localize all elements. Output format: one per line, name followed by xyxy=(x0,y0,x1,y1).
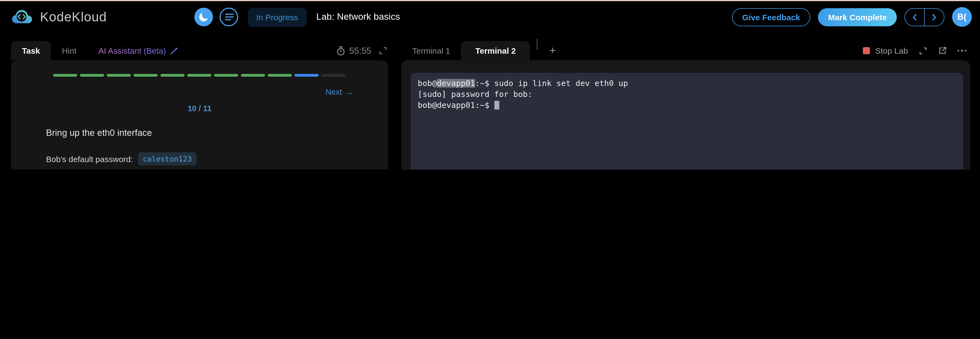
task-panel: Next → 10 / 11 Bring up the eth0 interfa… xyxy=(11,60,388,170)
tab-ai-assistant[interactable]: AI Assistant (Beta) xyxy=(88,41,190,60)
window-top-border xyxy=(0,0,980,1)
page-title: Lab: Network basics xyxy=(316,11,400,22)
task-tab-bar: Task Hint AI Assistant (Beta) 55:55 xyxy=(11,33,388,60)
tab-hint[interactable]: Hint xyxy=(51,41,88,60)
tab-task[interactable]: Task xyxy=(11,41,51,60)
stop-lab-button[interactable]: Stop Lab xyxy=(863,46,908,55)
ellipsis-icon xyxy=(957,50,959,52)
stop-icon xyxy=(863,47,870,54)
brand: KodeKloud xyxy=(11,8,107,26)
progress-segment-todo xyxy=(321,74,345,77)
stopwatch-icon xyxy=(336,46,345,56)
terminal-line: bob@devapp01:~$ sudo ip link set dev eth… xyxy=(418,78,956,89)
task-header-tools: 55:55 xyxy=(336,41,388,60)
terminal-cursor xyxy=(494,101,499,110)
progress-segment-done xyxy=(214,74,238,77)
terminal-tab-bar: Terminal 1 Terminal 2 + Stop Lab xyxy=(401,33,970,60)
terminal-header-tools: Stop Lab xyxy=(863,41,970,60)
avatar[interactable]: B( xyxy=(952,7,972,27)
password-label: Bob's default password: xyxy=(46,154,133,164)
chevron-right-icon xyxy=(932,13,937,21)
app-window: KodeKloud In Progress Lab: Network basic… xyxy=(0,0,980,170)
dark-mode-toggle[interactable] xyxy=(194,8,213,26)
progress-segment-done xyxy=(241,74,265,77)
expand-icon xyxy=(379,46,387,55)
timer-value: 55:55 xyxy=(349,46,371,56)
prev-lab-button[interactable] xyxy=(905,8,925,25)
status-badge: In Progress xyxy=(248,7,306,27)
magic-wand-icon xyxy=(170,46,178,55)
progress-segment-done xyxy=(107,74,131,77)
progress-segment-done xyxy=(53,74,77,77)
give-feedback-button[interactable]: Give Feedback xyxy=(732,8,811,26)
progress-segment-done xyxy=(80,74,104,77)
more-options-button[interactable] xyxy=(957,50,966,52)
open-in-new-window-button[interactable] xyxy=(937,46,947,55)
question-progress-bar xyxy=(53,74,345,77)
progress-segment-current xyxy=(294,74,319,77)
progress-segment-done xyxy=(187,74,211,77)
tab-divider xyxy=(536,39,537,50)
terminal-line: [sudo] password for bob: xyxy=(418,89,956,100)
next-question-link[interactable]: Next → xyxy=(326,88,353,96)
question-counter: 10 / 11 xyxy=(46,104,353,113)
tab-terminal-1[interactable]: Terminal 1 xyxy=(401,41,461,60)
progress-segment-done xyxy=(161,74,185,77)
next-lab-button[interactable] xyxy=(925,8,944,25)
mark-complete-button[interactable]: Mark Complete xyxy=(818,8,897,26)
expand-terminal-button[interactable] xyxy=(918,46,927,55)
password-value-chip[interactable]: caleston123 xyxy=(138,152,197,166)
task-question: Bring up the eth0 interface xyxy=(46,127,353,138)
moon-icon xyxy=(198,11,209,22)
progress-segment-done xyxy=(134,74,158,77)
menu-button[interactable] xyxy=(220,8,238,26)
top-header: KodeKloud In Progress Lab: Network basic… xyxy=(0,1,980,33)
tab-terminal-2[interactable]: Terminal 2 xyxy=(461,41,530,60)
arrow-right-icon: → xyxy=(345,88,353,96)
add-terminal-button[interactable]: + xyxy=(544,41,561,60)
brand-name: KodeKloud xyxy=(40,9,107,25)
chevron-left-icon xyxy=(912,13,917,21)
password-row: Bob's default password: caleston123 xyxy=(46,152,353,166)
terminal-line: bob@devapp01:~$ xyxy=(418,100,956,111)
menu-icon xyxy=(225,14,234,15)
terminal-screen[interactable]: bob@devapp01:~$ sudo ip link set dev eth… xyxy=(410,73,963,170)
expand-icon xyxy=(918,46,927,55)
open-in-new-icon xyxy=(937,46,947,55)
kodekloud-logo-icon xyxy=(11,8,33,26)
selected-text: devapp01 xyxy=(437,79,475,88)
progress-segment-done xyxy=(268,74,292,77)
expand-task-panel-button[interactable] xyxy=(379,46,387,55)
header-actions: Give Feedback Mark Complete B( xyxy=(732,7,972,27)
lab-timer: 55:55 xyxy=(336,46,371,56)
lab-pagination xyxy=(904,8,944,26)
terminal-panel: bob@devapp01:~$ sudo ip link set dev eth… xyxy=(401,60,970,170)
